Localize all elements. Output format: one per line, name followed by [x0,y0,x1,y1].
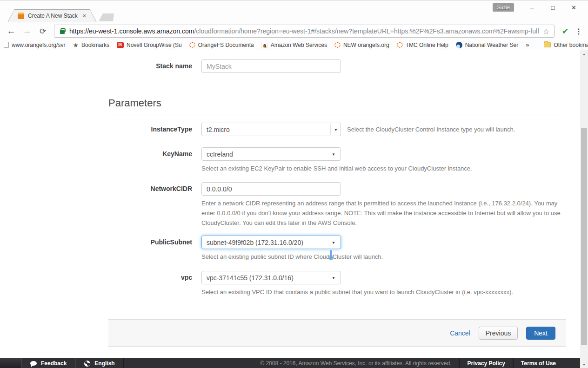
bookmark-novell-groupwise[interactable]: ✉ Novell GroupWise (Su [117,42,182,48]
bookmark-nws[interactable]: National Weather Ser [456,42,519,48]
close-button[interactable]: ✕ [563,4,584,11]
network-cidr-label: NetworkCIDR [108,182,192,228]
reload-icon[interactable]: ⟳ [36,26,49,36]
instance-type-label: InstanceType [108,123,192,136]
vpc-label: vpc [108,271,192,297]
scroll-up-icon[interactable]: ▲ [580,50,588,58]
url-domain: https://eu-west-1.console.aws.amazon.com [69,27,194,35]
privacy-policy-link[interactable]: Privacy Policy [459,358,512,368]
page-content: Stack name Parameters InstanceType t2.mi… [0,50,588,368]
public-subnet-label: PublicSubnet [108,236,192,262]
instance-type-row: InstanceType t2.micro ▼ Select the Cloud… [108,123,566,136]
language-button[interactable]: English [75,358,123,368]
bookmark-orangefs-docs[interactable]: OrangeFS Documenta [189,42,254,48]
terms-of-use-link[interactable]: Terms of Use [513,358,563,368]
wizard-footer: Cancel Previous Next [108,319,566,347]
stack-name-label: Stack name [108,59,192,73]
text-cursor-artifact [330,250,332,257]
browser-window: Create A New Stack ✕ Suzie – □ ✕ ← → ⟳ h… [0,0,588,368]
bookmark-star-icon[interactable]: ☆ [543,27,549,36]
orangefs-icon [334,42,341,48]
next-button[interactable]: Next [526,327,555,340]
profile-badge[interactable]: Suzie [493,3,514,12]
aws-footer: Feedback English © 2008 - 2016, Amazon W… [0,358,580,368]
bookmarks-bar: www.orangefs.org/svr ★ Bookmarks ✉ Novel… [0,40,588,50]
key-name-label: KeyName [108,147,192,173]
extension-check-icon[interactable]: ✔ [559,27,571,36]
forward-icon: → [20,26,33,36]
globe-icon [84,361,90,367]
tab-title: Create A New Stack [28,13,79,19]
network-cidr-row: NetworkCIDR Enter a network CIDR represe… [108,182,566,228]
address-bar[interactable]: https://eu-west-1.console.aws.amazon.com… [54,25,555,38]
copyright-text: © 2008 - 2016, Amazon Web Services, Inc.… [253,360,459,367]
previous-button[interactable]: Previous [479,327,518,340]
chevron-down-icon: ▼ [332,276,335,280]
vpc-row: vpc vpc-37141c55 (172.31.0.0/16) ▼ Selec… [108,271,566,297]
back-icon[interactable]: ← [5,26,18,36]
other-bookmarks-button[interactable]: Other bookmarks [544,42,588,48]
star-icon: ★ [73,42,79,48]
new-tab-button[interactable] [99,13,114,21]
vertical-scrollbar[interactable]: ▲ ▼ [580,50,588,368]
stack-name-row: Stack name [108,59,566,73]
noaa-icon [456,42,462,48]
public-subnet-help: Select an existing public subnet ID wher… [201,252,383,262]
bookmark-bookmarks[interactable]: ★ Bookmarks [73,42,109,48]
tab-close-icon[interactable]: ✕ [82,13,87,19]
network-cidr-help: Enter a network CIDR representing an add… [201,198,564,228]
chevron-down-icon: ▼ [334,127,338,131]
feedback-bubble-icon [30,361,37,366]
key-name-select[interactable]: ccIreland ▼ [201,147,341,161]
bookmark-orangefs-svr[interactable]: www.orangefs.org/svr [4,42,65,48]
key-name-help: Select an existing EC2 KeyPair to enable… [201,164,472,173]
maximize-button[interactable]: □ [542,4,563,11]
url-text[interactable]: https://eu-west-1.console.aws.amazon.com… [69,27,539,35]
titlebar: Create A New Stack ✕ Suzie – □ ✕ [0,0,588,22]
vpc-select[interactable]: vpc-37141c55 (172.31.0.0/16) ▼ [201,271,341,284]
public-subnet-row: PublicSubnet subnet-49f9f02b (172.31.16.… [108,236,566,262]
url-path: /cloudformation/home?region=eu-west-1#/s… [194,27,539,35]
cloudformation-favicon-icon [18,13,24,19]
footer-corner [0,358,21,368]
key-name-row: KeyName ccIreland ▼ Select an existing E… [108,147,566,173]
bookmarks-overflow-icon[interactable]: » [526,41,529,48]
bookmark-new-orangefs[interactable]: NEW orangefs.org [334,42,389,48]
instance-type-help: Select the CloudyCluster Control Instanc… [347,123,515,136]
vpc-help: Select an exisiting VPC ID that contains… [201,287,513,297]
network-cidr-input[interactable] [201,182,341,196]
stack-name-input[interactable] [201,59,341,73]
orangefs-icon [189,42,195,48]
page-icon [4,42,9,48]
parameters-heading: Parameters [108,97,566,109]
browser-tab[interactable]: Create A New Stack ✕ [7,9,97,22]
amazon-icon: a [261,42,268,48]
bookmark-tmc-help[interactable]: TMC Online Help [397,42,448,48]
folder-icon [544,42,551,47]
minimize-button[interactable]: – [521,4,542,11]
bookmark-aws[interactable]: a Amazon Web Services [261,42,327,48]
mail-icon: ✉ [117,42,124,48]
instance-type-select[interactable]: t2.micro ▼ [201,123,341,136]
browser-toolbar: ← → ⟳ https://eu-west-1.console.aws.amaz… [0,22,588,40]
scrollbar-thumb[interactable] [581,128,587,345]
chevron-down-icon: ▼ [332,152,335,156]
feedback-button[interactable]: Feedback [21,358,75,368]
public-subnet-select[interactable]: subnet-49f9f02b (172.31.16.0/20) ▼ [201,236,341,249]
cancel-button[interactable]: Cancel [450,329,470,337]
orangefs-icon [397,42,403,48]
scroll-down-icon[interactable]: ▼ [580,361,588,368]
menu-kebab-icon[interactable]: ⋮ [574,27,583,36]
secure-lock-icon [60,30,65,34]
chevron-down-icon: ▼ [332,240,335,244]
